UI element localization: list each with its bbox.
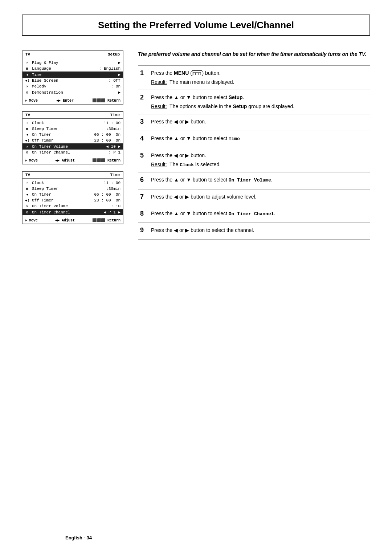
sound-icon: ◀) [24, 138, 30, 143]
menu-row: ✕ Melody : On [23, 83, 123, 89]
step-content: Press the ▲ or ▼ button to select Setup.… [149, 90, 370, 114]
menu-setup-body: ⚡ Plug & Play ▶ ▦ Language : English ◀ T… [23, 58, 123, 97]
right-column: The preferred volume and channel can be … [138, 50, 370, 240]
menu-row: ⚙ On Timer Channel : P 1 [23, 150, 123, 155]
time-icon: ◀ [24, 73, 30, 77]
menu-time-1-title: Time [110, 113, 120, 117]
menu-row: ▦ Sleep Timer :30min [23, 186, 123, 192]
lang-icon: ▦ [24, 66, 30, 71]
menu-row: ✕ On Timer Volume : 10 [23, 203, 123, 209]
footer-enter: ◀▶ Adjust [55, 218, 75, 223]
step-main-text: Press the ◀ or ▶ button to adjust volume… [151, 193, 370, 201]
page-title: Setting the Preferred Volume Level/Chann… [33, 20, 359, 31]
plug-icon: ⚡ [24, 181, 30, 185]
menu-row: ⚡ Clock 11 : 00 [23, 120, 123, 126]
main-content: TV Setup ⚡ Plug & Play ▶ ▦ Language : En… [22, 50, 370, 240]
step-content: Press the MENU (□□□) button. Result: The… [149, 66, 370, 90]
menu-time-1: TV Time ⚡ Clock 11 : 00 ▦ Sleep Timer :3… [22, 111, 123, 164]
menu-row: ◀) Blue Screen : Off [23, 78, 123, 83]
footer-return: ⬛⬛⬛ Return [92, 158, 121, 163]
intro-paragraph: The preferred volume and channel can be … [138, 50, 370, 58]
time-icon: ◀ [24, 192, 30, 197]
menu-time-1-header: TV Time [23, 112, 123, 119]
menu-setup-footer: ❖ Move ◀▶ Enter ⬛⬛⬛ Return [23, 97, 123, 104]
step-result-text: Result: The options available in the Set… [151, 103, 370, 110]
step-main-text: Press the ◀ or ▶ button. [151, 118, 370, 126]
melody-icon: ✕ [24, 144, 30, 149]
step-main-text: Press the ▲ or ▼ button to select Time [151, 135, 370, 143]
sound-icon: ◀) [24, 198, 30, 203]
menu-row: ◀) Off Timer 23 : 00 On [23, 197, 123, 203]
demo-icon: ⚙ [24, 210, 30, 215]
step-row-3: 3 Press the ◀ or ▶ button. [138, 114, 370, 131]
left-column: TV Setup ⚡ Plug & Play ▶ ▦ Language : En… [22, 50, 123, 224]
lang-icon: ▦ [24, 187, 30, 191]
menu-time-2-body: ⚡ Clock 11 : 00 ▦ Sleep Timer :30min ◀ O… [23, 179, 123, 217]
page-footer: English - 34 [65, 535, 92, 540]
step-main-text: Press the ▲ or ▼ button to select Setup. [151, 94, 370, 101]
footer-return: ⬛⬛⬛ Return [92, 98, 121, 103]
step-number: 5 [138, 148, 149, 172]
step-row-8: 8 Press the ▲ or ▼ button to select On T… [138, 206, 370, 223]
footer-enter: ◀▶ Enter [56, 98, 74, 103]
demo-icon: ⚙ [24, 90, 30, 95]
menu-time-2-footer: ❖ Move ◀▶ Adjust ⬛⬛⬛ Return [23, 217, 123, 224]
plug-icon: ⚡ [24, 61, 30, 65]
menu-row: ⚡ Clock 11 : 00 [23, 180, 123, 186]
melody-icon: ✕ [24, 204, 30, 208]
menu-row-highlighted: ✕ On Timer Volume ◀ 10 ▶ [23, 143, 123, 150]
step-main-text: Press the ▲ or ▼ button to select On Tim… [151, 210, 370, 218]
step-row-1: 1 Press the MENU (□□□) button. Result: T… [138, 66, 370, 90]
menu-time-1-tv-label: TV [25, 113, 30, 117]
menu-time-1-body: ⚡ Clock 11 : 00 ▦ Sleep Timer :30min ◀ O… [23, 119, 123, 157]
menu-row: ◀ On Timer 06 : 00 On [23, 192, 123, 197]
footer-move: ❖ Move [25, 98, 38, 103]
menu-setup-tv-label: TV [25, 52, 30, 57]
menu-row: ⚡ Plug & Play ▶ [23, 60, 123, 66]
step-result-text: Result: The main menu is displayed. [151, 78, 370, 86]
menu-time-2: TV Time ⚡ Clock 11 : 00 ▦ Sleep Timer :3… [22, 171, 123, 224]
title-box: Setting the Preferred Volume Level/Chann… [22, 15, 370, 36]
step-number: 4 [138, 131, 149, 148]
footer-enter: ◀▶ Adjust [55, 158, 75, 163]
menu-setup-header: TV Setup [23, 51, 123, 58]
step-content: Press the ▲ or ▼ button to select Time [149, 131, 370, 148]
step-main-text: Press the MENU (□□□) button. [151, 69, 370, 77]
menu-row: ▦ Language : English [23, 66, 123, 72]
lang-icon: ▦ [24, 127, 30, 131]
steps-table: 1 Press the MENU (□□□) button. Result: T… [138, 65, 370, 240]
demo-icon: ⚙ [24, 150, 30, 155]
time-icon: ◀ [24, 132, 30, 137]
footer-move: ❖ Move [25, 218, 38, 223]
menu-time-2-title: Time [110, 173, 120, 177]
page-wrapper: Setting the Preferred Volume Level/Chann… [0, 0, 392, 555]
menu-time-2-header: TV Time [23, 172, 123, 179]
footer-text: English - 34 [65, 535, 92, 540]
step-row-5: 5 Press the ◀ or ▶ button. Result: The C… [138, 148, 370, 172]
step-number: 7 [138, 189, 149, 206]
step-number: 1 [138, 66, 149, 90]
plug-icon: ⚡ [24, 121, 30, 125]
step-main-text: Press the ▲ or ▼ button to select On Tim… [151, 176, 370, 184]
step-number: 2 [138, 90, 149, 114]
step-row-2: 2 Press the ▲ or ▼ button to select Setu… [138, 90, 370, 114]
menu-row: ◀ On Timer 06 : 00 On [23, 132, 123, 138]
step-row-6: 6 Press the ▲ or ▼ button to select On T… [138, 172, 370, 189]
menu-setup-title: Setup [108, 52, 120, 57]
step-number: 8 [138, 206, 149, 223]
step-main-text: Press the ◀ or ▶ button. [151, 152, 370, 159]
step-row-7: 7 Press the ◀ or ▶ button to adjust volu… [138, 189, 370, 206]
menu-setup: TV Setup ⚡ Plug & Play ▶ ▦ Language : En… [22, 50, 123, 105]
step-content: Press the ▲ or ▼ button to select On Tim… [149, 206, 370, 223]
sound-icon: ◀) [24, 78, 30, 83]
step-content: Press the ◀ or ▶ button to select the ch… [149, 223, 370, 240]
step-number: 9 [138, 223, 149, 240]
step-content: Press the ◀ or ▶ button. Result: The Clo… [149, 148, 370, 172]
step-main-text: Press the ◀ or ▶ button to select the ch… [151, 227, 370, 234]
menu-row-highlighted: ◀ Time ▶ [23, 72, 123, 78]
step-content: Press the ◀ or ▶ button to adjust volume… [149, 189, 370, 206]
menu-row-highlighted: ⚙ On Timer Channel ◀ P 1 ▶ [23, 209, 123, 215]
step-number: 6 [138, 172, 149, 189]
step-number: 3 [138, 114, 149, 131]
step-row-9: 9 Press the ◀ or ▶ button to select the … [138, 223, 370, 240]
